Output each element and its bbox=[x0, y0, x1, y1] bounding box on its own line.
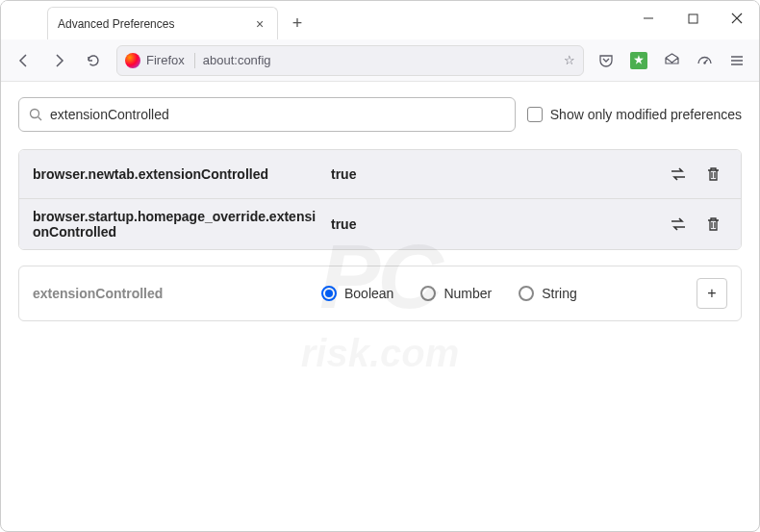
preference-value: true bbox=[331, 216, 664, 232]
reload-button[interactable] bbox=[78, 45, 109, 76]
type-radio-group: Boolean Number String bbox=[321, 286, 697, 301]
preference-row[interactable]: browser.startup.homepage_override.extens… bbox=[19, 199, 741, 249]
delete-button[interactable] bbox=[698, 160, 727, 189]
preference-results: browser.newtab.extensionControlled true … bbox=[18, 149, 742, 250]
row-actions bbox=[664, 210, 727, 239]
radio-string[interactable]: String bbox=[519, 286, 577, 301]
search-input[interactable] bbox=[50, 107, 505, 122]
extension-badge-icon[interactable]: ★ bbox=[623, 45, 654, 76]
delete-button[interactable] bbox=[698, 210, 727, 239]
svg-point-4 bbox=[703, 62, 705, 63]
watermark-text: risk.com bbox=[301, 332, 460, 375]
search-row: Show only modified preferences bbox=[18, 97, 742, 132]
back-button[interactable] bbox=[9, 45, 39, 76]
browser-toolbar: Firefox about:config ☆ ★ bbox=[1, 39, 759, 82]
row-actions bbox=[664, 160, 727, 189]
search-box[interactable] bbox=[18, 97, 516, 132]
browser-tab[interactable]: Advanced Preferences × bbox=[47, 7, 278, 39]
toggle-button[interactable] bbox=[664, 210, 693, 239]
radio-label: Number bbox=[443, 286, 492, 301]
window-controls bbox=[626, 1, 759, 36]
titlebar: Advanced Preferences × + bbox=[1, 1, 759, 39]
pocket-icon[interactable] bbox=[591, 45, 621, 76]
add-preference-button[interactable]: + bbox=[697, 278, 727, 309]
svg-point-8 bbox=[31, 110, 39, 118]
inbox-icon[interactable] bbox=[656, 45, 687, 76]
new-preference-name: extensionControlled bbox=[33, 286, 321, 301]
bookmark-star-icon[interactable]: ☆ bbox=[564, 53, 575, 67]
close-window-button[interactable] bbox=[715, 1, 759, 36]
checkbox-label: Show only modified preferences bbox=[550, 107, 742, 122]
preference-name: browser.newtab.extensionControlled bbox=[33, 166, 331, 182]
new-preference-row: extensionControlled Boolean Number Strin… bbox=[18, 266, 742, 321]
radio-label: Boolean bbox=[344, 286, 393, 301]
modified-only-toggle[interactable]: Show only modified preferences bbox=[527, 107, 742, 122]
svg-rect-1 bbox=[689, 14, 697, 23]
dashboard-icon[interactable] bbox=[689, 45, 720, 76]
forward-button[interactable] bbox=[43, 45, 74, 76]
search-icon bbox=[29, 108, 42, 121]
toggle-button[interactable] bbox=[664, 160, 693, 189]
firefox-logo-icon bbox=[125, 53, 140, 68]
tab-title: Advanced Preferences bbox=[58, 17, 252, 31]
radio-icon bbox=[321, 286, 337, 301]
preference-name: browser.startup.homepage_override.extens… bbox=[33, 209, 331, 240]
new-tab-button[interactable]: + bbox=[284, 10, 311, 37]
preference-row[interactable]: browser.newtab.extensionControlled true bbox=[19, 150, 741, 199]
app-menu-button[interactable] bbox=[722, 45, 752, 76]
radio-label: String bbox=[542, 286, 577, 301]
minimize-button[interactable] bbox=[626, 1, 671, 36]
address-bar[interactable]: Firefox about:config ☆ bbox=[116, 45, 584, 76]
close-tab-icon[interactable]: × bbox=[252, 16, 267, 32]
checkbox-icon bbox=[527, 107, 543, 122]
about-config-content: Show only modified preferences browser.n… bbox=[1, 82, 759, 337]
radio-boolean[interactable]: Boolean bbox=[321, 286, 393, 301]
radio-icon bbox=[519, 286, 534, 301]
site-identity[interactable]: Firefox bbox=[125, 53, 195, 68]
svg-line-9 bbox=[38, 117, 42, 121]
radio-icon bbox=[420, 286, 436, 301]
preference-value: true bbox=[331, 166, 664, 182]
radio-number[interactable]: Number bbox=[420, 286, 492, 301]
identity-label: Firefox bbox=[146, 53, 185, 67]
maximize-button[interactable] bbox=[671, 1, 715, 36]
url-text: about:config bbox=[203, 53, 564, 67]
